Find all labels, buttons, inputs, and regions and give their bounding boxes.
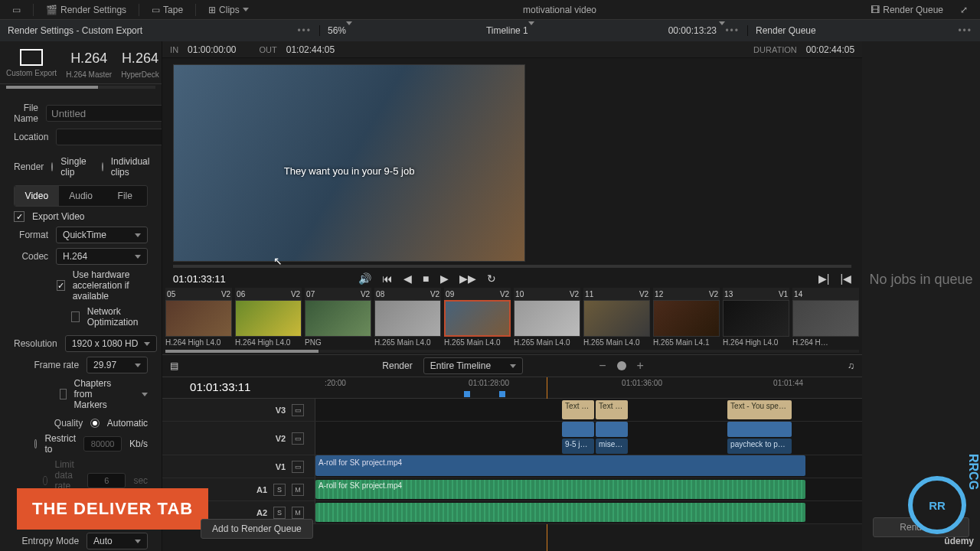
timeline-clip[interactable]: Text - You spend p... (727, 400, 792, 419)
stop-icon[interactable]: ■ (423, 272, 429, 285)
render-settings-menu[interactable]: 🎬 Render Settings (41, 3, 131, 17)
preview-viewer[interactable]: They want you in your 9-5 job ↖ (173, 64, 525, 262)
timeline-marker[interactable] (499, 391, 505, 397)
single-clip-radio[interactable] (51, 162, 53, 171)
quality-restrict-radio[interactable] (34, 439, 38, 448)
tab-audio[interactable]: Audio (59, 186, 103, 206)
render-queue-menu[interactable]: 🎞 Render Queue (866, 3, 948, 17)
timeline-clip[interactable] (596, 422, 628, 437)
out-value[interactable]: 01:02:44:05 (286, 44, 335, 55)
timeline-clip[interactable]: Text - T... (562, 400, 594, 419)
queue-options[interactable]: ••• (958, 25, 972, 36)
entropy-mode-select[interactable]: Auto (87, 533, 148, 549)
timeline-selector[interactable]: Timeline 1 (486, 25, 534, 36)
zoom-in-button[interactable]: + (637, 359, 644, 373)
clip-thumb-07[interactable]: 07V2PNG (305, 288, 371, 347)
track-header[interactable]: V3▭ (162, 399, 315, 421)
timeline-clip[interactable]: misera... (596, 439, 628, 454)
clip-thumb-08[interactable]: 08V2H.265 Main L4.0 (374, 288, 441, 347)
clip-thumb-05[interactable]: 05V2H.264 High L4.0 (165, 288, 232, 347)
render-settings-options[interactable]: ••• (297, 25, 312, 36)
display-icon[interactable]: ▭ (8, 3, 25, 17)
hw-accel-checkbox[interactable] (57, 280, 65, 291)
timeline-clip[interactable]: A-roll for SK project.mp4 (315, 480, 805, 499)
transport-timecode[interactable]: 01:01:33:11 (173, 273, 247, 285)
preset-scrollbar[interactable] (6, 86, 155, 89)
viewer-options[interactable]: ••• (725, 25, 740, 36)
chapters-checkbox[interactable] (60, 389, 66, 399)
clip-thumb-12[interactable]: 12V2H.265 Main L4.1 (653, 288, 720, 347)
clip-thumb-06[interactable]: 06V2H.264 High L4.0 (235, 288, 302, 347)
viewer-zoom[interactable]: 56% (328, 25, 352, 36)
timeline-clip[interactable]: paycheck to paych... (727, 439, 792, 454)
audio-panel-icon[interactable]: ♫ (848, 360, 854, 371)
export-video-checkbox[interactable] (14, 211, 24, 222)
quality-auto-radio[interactable] (90, 419, 100, 428)
timeline-marker[interactable] (464, 391, 470, 397)
step-back-icon[interactable]: ◀ (403, 272, 412, 285)
render-range-select[interactable]: Entire Timeline (423, 357, 523, 374)
framerate-select[interactable]: 29.97 (87, 357, 148, 373)
network-opt-checkbox[interactable] (71, 311, 79, 322)
thumb-scrollbar[interactable] (165, 350, 859, 353)
preset-hyperdeck[interactable]: H.264HyperDeck (121, 49, 158, 79)
track-enable-button[interactable]: ▭ (292, 404, 304, 416)
track-header[interactable]: V2▭ (162, 422, 315, 455)
track-lane[interactable]: Text - T...Text - ...Text - You spend p.… (315, 399, 862, 421)
track-enable-button[interactable]: ▭ (292, 432, 304, 445)
codec-select[interactable]: H.264 (56, 248, 148, 265)
timeline-clip[interactable] (562, 422, 594, 437)
preset-custom-export[interactable]: Custom Export (6, 49, 57, 79)
tab-video[interactable]: Video (15, 186, 59, 206)
mute-button[interactable]: M (292, 484, 304, 496)
clip-thumb-09[interactable]: 09V2H.265 Main L4.0 (444, 288, 511, 347)
track-enable-button[interactable]: ▭ (292, 461, 304, 473)
limit-input[interactable] (87, 473, 126, 488)
solo-button[interactable]: S (273, 507, 286, 519)
zoom-slider[interactable] (617, 361, 626, 370)
format-select[interactable]: QuickTime (56, 227, 148, 243)
track-lane[interactable] (315, 501, 862, 523)
timeline-ruler[interactable]: 01:01:33:11 :20:0001:01:28:0001:01:36:00… (162, 377, 862, 399)
solo-button[interactable]: S (273, 484, 286, 496)
timeline-clip[interactable]: Text - ... (596, 400, 628, 419)
timeline-clip[interactable] (727, 422, 792, 437)
first-frame-icon[interactable]: ⏮ (382, 272, 393, 285)
limit-radio[interactable] (43, 476, 47, 485)
track-lane[interactable]: 9-5 job...misera...paycheck to paych... (315, 422, 862, 455)
tape-menu[interactable]: ▭ Tape (147, 3, 188, 17)
chevron-down-icon[interactable] (142, 393, 148, 396)
mute-button[interactable]: M (292, 507, 304, 519)
play-icon[interactable]: ▶ (440, 272, 449, 285)
track-header[interactable]: V1▭ (162, 455, 315, 478)
preset-h-264-master[interactable]: H.264H.264 Master (66, 49, 112, 79)
timeline-clip[interactable] (315, 503, 805, 522)
filename-input[interactable] (46, 105, 162, 122)
track-lane[interactable]: A-roll for SK project.mp4 (315, 478, 862, 500)
resolution-select[interactable]: 1920 x 1080 HD (65, 335, 157, 352)
individual-clips-radio[interactable] (102, 162, 103, 171)
timeline-clip[interactable]: A-roll for SK project.mp4 (315, 457, 805, 476)
step-fwd-icon[interactable]: ▶▶ (459, 272, 476, 285)
clip-thumb-11[interactable]: 11V2H.265 Main L4.0 (583, 288, 650, 347)
add-to-queue-button[interactable]: Add to Render Queue (201, 519, 313, 539)
timeline-view-icon[interactable]: ▤ (170, 360, 178, 371)
clip-thumb-13[interactable]: 13V1H.264 High L4.0 (723, 288, 789, 347)
expand-icon[interactable]: ⤢ (956, 3, 972, 17)
timeline-clip[interactable]: 9-5 job... (562, 439, 594, 454)
sec-label: sec (133, 475, 148, 486)
mute-icon[interactable]: 🔊 (358, 272, 371, 285)
restrict-input[interactable] (83, 436, 122, 452)
track-lane[interactable]: A-roll for SK project.mp4 (315, 455, 862, 478)
location-input[interactable] (56, 129, 162, 145)
clip-thumb-14[interactable]: 14H.264 H… (792, 288, 859, 347)
in-value[interactable]: 01:00:00:00 (188, 44, 236, 55)
tab-file[interactable]: File (103, 186, 147, 206)
scrub-bar[interactable] (173, 265, 851, 268)
clips-menu[interactable]: ⊞ Clips (204, 3, 253, 17)
clip-thumb-10[interactable]: 10V2H.265 Main L4.0 (514, 288, 580, 347)
loop-icon[interactable]: ↻ (487, 272, 496, 285)
zoom-out-button[interactable]: − (599, 359, 606, 373)
last-frame-icon[interactable]: |◀ (840, 272, 851, 285)
next-clip-icon[interactable]: ▶| (818, 272, 830, 285)
